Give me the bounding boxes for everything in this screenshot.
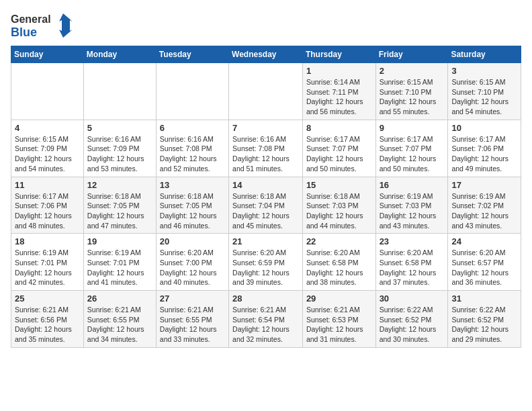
day-number: 29	[306, 293, 372, 304]
day-info: Sunrise: 6:20 AM Sunset: 6:57 PM Dayligh…	[451, 248, 517, 287]
day-info: Sunrise: 6:20 AM Sunset: 7:00 PM Dayligh…	[160, 248, 225, 287]
calendar-day-cell: 17Sunrise: 6:19 AM Sunset: 7:02 PM Dayli…	[448, 177, 521, 234]
calendar-day-cell: 31Sunrise: 6:22 AM Sunset: 6:52 PM Dayli…	[448, 291, 521, 348]
day-info: Sunrise: 6:19 AM Sunset: 7:01 PM Dayligh…	[15, 248, 80, 287]
day-info: Sunrise: 6:16 AM Sunset: 7:08 PM Dayligh…	[232, 134, 299, 174]
calendar-table: SundayMondayTuesdayWednesdayThursdayFrid…	[11, 46, 521, 348]
day-of-week-header: Sunday	[11, 46, 84, 63]
day-info: Sunrise: 6:19 AM Sunset: 7:02 PM Dayligh…	[451, 191, 517, 231]
day-number: 19	[87, 236, 152, 246]
day-number: 6	[160, 123, 225, 133]
day-number: 3	[451, 66, 517, 76]
day-info: Sunrise: 6:16 AM Sunset: 7:08 PM Dayligh…	[160, 134, 225, 174]
day-info: Sunrise: 6:19 AM Sunset: 7:03 PM Dayligh…	[380, 191, 445, 231]
day-number: 4	[15, 123, 80, 133]
calendar-day-cell	[156, 63, 228, 120]
day-number: 28	[232, 293, 299, 304]
calendar-day-cell: 8Sunrise: 6:17 AM Sunset: 7:07 PM Daylig…	[302, 120, 375, 177]
calendar-week-row: 4Sunrise: 6:15 AM Sunset: 7:09 PM Daylig…	[11, 120, 521, 177]
calendar-day-cell	[83, 63, 156, 120]
day-of-week-header: Monday	[83, 46, 156, 63]
day-info: Sunrise: 6:21 AM Sunset: 6:53 PM Dayligh…	[306, 305, 372, 345]
calendar-header: SundayMondayTuesdayWednesdayThursdayFrid…	[11, 46, 521, 63]
day-info: Sunrise: 6:18 AM Sunset: 7:04 PM Dayligh…	[232, 191, 299, 231]
day-number: 12	[87, 180, 152, 190]
day-of-week-header: Saturday	[448, 46, 521, 63]
calendar-day-cell	[11, 63, 84, 120]
day-number: 2	[380, 66, 445, 76]
day-info: Sunrise: 6:17 AM Sunset: 7:06 PM Dayligh…	[451, 134, 517, 174]
calendar-day-cell: 18Sunrise: 6:19 AM Sunset: 7:01 PM Dayli…	[11, 234, 84, 291]
day-number: 20	[160, 236, 225, 246]
calendar-day-cell: 29Sunrise: 6:21 AM Sunset: 6:53 PM Dayli…	[302, 291, 375, 348]
logo-icon: GeneralBlue	[11, 11, 78, 40]
calendar-day-cell: 14Sunrise: 6:18 AM Sunset: 7:04 PM Dayli…	[229, 177, 303, 234]
calendar-day-cell: 6Sunrise: 6:16 AM Sunset: 7:08 PM Daylig…	[156, 120, 228, 177]
calendar-day-cell: 25Sunrise: 6:21 AM Sunset: 6:56 PM Dayli…	[11, 291, 84, 348]
day-info: Sunrise: 6:20 AM Sunset: 6:58 PM Dayligh…	[380, 248, 445, 287]
day-info: Sunrise: 6:15 AM Sunset: 7:09 PM Dayligh…	[15, 134, 80, 174]
day-of-week-header: Friday	[375, 46, 448, 63]
calendar-day-cell	[229, 63, 303, 120]
day-header-row: SundayMondayTuesdayWednesdayThursdayFrid…	[11, 46, 521, 63]
calendar-week-row: 25Sunrise: 6:21 AM Sunset: 6:56 PM Dayli…	[11, 291, 521, 348]
calendar-day-cell: 3Sunrise: 6:15 AM Sunset: 7:10 PM Daylig…	[448, 63, 521, 120]
calendar-day-cell: 30Sunrise: 6:22 AM Sunset: 6:52 PM Dayli…	[375, 291, 448, 348]
calendar-day-cell: 19Sunrise: 6:19 AM Sunset: 7:01 PM Dayli…	[83, 234, 156, 291]
calendar-day-cell: 4Sunrise: 6:15 AM Sunset: 7:09 PM Daylig…	[11, 120, 84, 177]
calendar-body: 1Sunrise: 6:14 AM Sunset: 7:11 PM Daylig…	[11, 63, 521, 348]
day-number: 11	[15, 180, 80, 190]
day-number: 14	[232, 180, 299, 190]
calendar-day-cell: 23Sunrise: 6:20 AM Sunset: 6:58 PM Dayli…	[375, 234, 448, 291]
day-number: 22	[306, 236, 372, 246]
day-info: Sunrise: 6:15 AM Sunset: 7:10 PM Dayligh…	[380, 77, 445, 117]
day-info: Sunrise: 6:21 AM Sunset: 6:56 PM Dayligh…	[15, 305, 80, 345]
day-number: 13	[160, 180, 225, 190]
calendar-day-cell: 21Sunrise: 6:20 AM Sunset: 6:59 PM Dayli…	[229, 234, 303, 291]
logo: GeneralBlue	[11, 11, 78, 40]
calendar-day-cell: 27Sunrise: 6:21 AM Sunset: 6:55 PM Dayli…	[156, 291, 228, 348]
calendar-day-cell: 12Sunrise: 6:18 AM Sunset: 7:05 PM Dayli…	[83, 177, 156, 234]
day-number: 8	[306, 123, 372, 133]
calendar-day-cell: 20Sunrise: 6:20 AM Sunset: 7:00 PM Dayli…	[156, 234, 228, 291]
calendar-week-row: 1Sunrise: 6:14 AM Sunset: 7:11 PM Daylig…	[11, 63, 521, 120]
day-number: 9	[380, 123, 445, 133]
day-info: Sunrise: 6:18 AM Sunset: 7:03 PM Dayligh…	[306, 191, 372, 231]
day-number: 7	[232, 123, 299, 133]
day-number: 27	[160, 293, 225, 304]
day-info: Sunrise: 6:17 AM Sunset: 7:07 PM Dayligh…	[380, 134, 445, 174]
day-of-week-header: Tuesday	[156, 46, 228, 63]
day-number: 16	[380, 180, 445, 190]
calendar-day-cell: 9Sunrise: 6:17 AM Sunset: 7:07 PM Daylig…	[375, 120, 448, 177]
day-info: Sunrise: 6:20 AM Sunset: 6:59 PM Dayligh…	[232, 248, 299, 287]
day-info: Sunrise: 6:19 AM Sunset: 7:01 PM Dayligh…	[87, 248, 152, 287]
day-number: 1	[306, 66, 372, 76]
day-number: 23	[380, 236, 445, 246]
svg-marker-2	[59, 13, 73, 38]
day-info: Sunrise: 6:18 AM Sunset: 7:05 PM Dayligh…	[160, 191, 225, 231]
calendar-day-cell: 11Sunrise: 6:17 AM Sunset: 7:06 PM Dayli…	[11, 177, 84, 234]
day-number: 26	[87, 293, 152, 304]
calendar-day-cell: 1Sunrise: 6:14 AM Sunset: 7:11 PM Daylig…	[302, 63, 375, 120]
day-number: 21	[232, 236, 299, 246]
day-info: Sunrise: 6:16 AM Sunset: 7:09 PM Dayligh…	[87, 134, 152, 174]
day-of-week-header: Thursday	[302, 46, 375, 63]
day-number: 10	[451, 123, 517, 133]
calendar-day-cell: 10Sunrise: 6:17 AM Sunset: 7:06 PM Dayli…	[448, 120, 521, 177]
calendar-day-cell: 2Sunrise: 6:15 AM Sunset: 7:10 PM Daylig…	[375, 63, 448, 120]
day-info: Sunrise: 6:20 AM Sunset: 6:58 PM Dayligh…	[306, 248, 372, 287]
day-info: Sunrise: 6:18 AM Sunset: 7:05 PM Dayligh…	[87, 191, 152, 231]
day-info: Sunrise: 6:17 AM Sunset: 7:06 PM Dayligh…	[15, 191, 80, 231]
day-number: 18	[15, 236, 80, 246]
calendar-day-cell: 26Sunrise: 6:21 AM Sunset: 6:55 PM Dayli…	[83, 291, 156, 348]
day-number: 17	[451, 180, 517, 190]
day-number: 15	[306, 180, 372, 190]
calendar-week-row: 18Sunrise: 6:19 AM Sunset: 7:01 PM Dayli…	[11, 234, 521, 291]
day-info: Sunrise: 6:17 AM Sunset: 7:07 PM Dayligh…	[306, 134, 372, 174]
day-number: 30	[380, 293, 445, 304]
svg-text:General: General	[11, 13, 51, 25]
day-info: Sunrise: 6:21 AM Sunset: 6:55 PM Dayligh…	[160, 305, 225, 345]
day-number: 25	[15, 293, 80, 304]
calendar-day-cell: 16Sunrise: 6:19 AM Sunset: 7:03 PM Dayli…	[375, 177, 448, 234]
calendar-week-row: 11Sunrise: 6:17 AM Sunset: 7:06 PM Dayli…	[11, 177, 521, 234]
